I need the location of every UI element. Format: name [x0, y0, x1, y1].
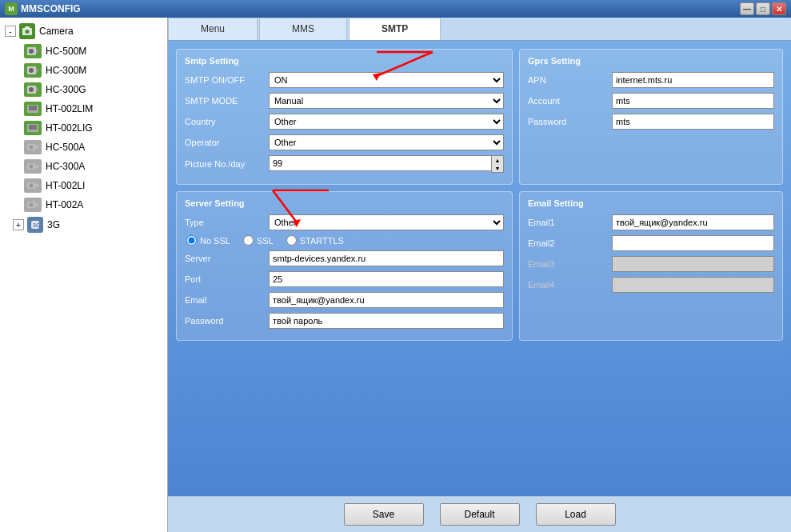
sidebar-item-ht002lim[interactable]: HT-002LIM: [0, 99, 167, 118]
tab-mms[interactable]: MMS: [259, 18, 347, 40]
tab-smtp[interactable]: SMTP: [349, 18, 441, 40]
settings-body: Smtp Setting SMTP ON/OFF ON OFF: [168, 41, 791, 496]
save-button[interactable]: Save: [344, 503, 424, 526]
email4-row: Email4: [528, 277, 774, 293]
apn-input[interactable]: [612, 72, 774, 88]
sidebar-item-ht002li[interactable]: HT-002LI: [0, 176, 167, 195]
server-password-row: Password: [185, 313, 504, 329]
device-label: HT-002A: [46, 199, 83, 210]
no-ssl-text: No SSL: [200, 236, 230, 246]
gprs-panel-title: Gprs Setting: [528, 56, 774, 66]
country-row: Country Other: [185, 114, 504, 130]
device-icon: [24, 102, 42, 116]
type-select[interactable]: Other: [269, 214, 504, 230]
email-panel-title: Email Setting: [528, 198, 774, 208]
smtp-onoff-label: SMTP ON/OFF: [185, 75, 269, 85]
device-icon: [24, 82, 42, 97]
tree-expand-icon[interactable]: -: [5, 26, 16, 37]
default-button[interactable]: Default: [440, 503, 520, 526]
port-input[interactable]: [269, 271, 504, 287]
email3-input: [612, 256, 774, 272]
operator-label: Operator: [185, 138, 269, 147]
device-label: HC-300G: [46, 84, 86, 95]
starttls-label[interactable]: STARTTLS: [286, 235, 344, 246]
no-ssl-radio[interactable]: [186, 235, 197, 246]
spin-down-button[interactable]: ▼: [492, 164, 503, 172]
device-icon: [24, 121, 42, 135]
email3-row: Email3: [528, 256, 774, 272]
no-ssl-label[interactable]: No SSL: [186, 235, 230, 246]
svg-marker-11: [36, 87, 38, 92]
device-label: HT-002LIM: [46, 103, 93, 114]
smtp-mode-row: SMTP MODE Manual Auto: [185, 93, 504, 109]
svg-rect-29: [35, 203, 38, 206]
spin-up-button[interactable]: ▲: [492, 156, 503, 164]
server-password-input[interactable]: [269, 313, 504, 329]
smtp-mode-select[interactable]: Manual Auto: [269, 93, 504, 109]
device-label: HC-300A: [46, 161, 85, 172]
window-controls: — □ ✕: [740, 2, 786, 15]
sidebar-item-hc500m[interactable]: HC-500M: [0, 42, 167, 61]
operator-select[interactable]: Other: [269, 134, 504, 150]
close-button[interactable]: ✕: [772, 2, 786, 15]
smtp-setting-panel: Smtp Setting SMTP ON/OFF ON OFF: [176, 49, 513, 185]
email2-input[interactable]: [612, 235, 774, 251]
sidebar-item-hc300m[interactable]: HC-300M: [0, 61, 167, 80]
ssl-radio[interactable]: [243, 235, 254, 246]
svg-rect-17: [30, 130, 35, 132]
server-input[interactable]: [269, 250, 504, 266]
svg-text:3G: 3G: [33, 222, 41, 228]
picture-spinner[interactable]: ▲ ▼: [269, 155, 504, 173]
content-area: Menu MMS SMTP Smtp Setting SMTP ON/OFF O…: [168, 18, 791, 532]
email-server-label: Email: [185, 295, 269, 305]
email3-label: Email3: [528, 259, 612, 269]
main-container: - Camera HC-500M: [0, 18, 791, 532]
svg-rect-14: [30, 111, 35, 113]
apn-label: APN: [528, 75, 612, 85]
ssl-text: SSL: [257, 236, 274, 246]
email1-input[interactable]: [612, 214, 774, 230]
3g-label: 3G: [47, 219, 60, 230]
tab-bar: Menu MMS SMTP: [168, 18, 791, 41]
smtp-onoff-select[interactable]: ON OFF: [269, 72, 504, 88]
starttls-text: STARTTLS: [300, 236, 344, 246]
country-label: Country: [185, 117, 269, 126]
smtp-panel-title: Smtp Setting: [185, 56, 504, 66]
ssl-label[interactable]: SSL: [243, 235, 274, 246]
type-row: Type Other: [185, 214, 504, 230]
picture-row: Picture No./day ▲ ▼: [185, 155, 504, 173]
account-input[interactable]: [612, 93, 774, 109]
port-row: Port: [185, 271, 504, 287]
email-server-input[interactable]: [269, 292, 504, 308]
starttls-radio[interactable]: [286, 235, 297, 246]
app-title: MMSCONFIG: [21, 3, 81, 14]
device-label: HC-300M: [46, 65, 86, 76]
picture-input[interactable]: [269, 155, 491, 171]
email-server-row: Email: [185, 292, 504, 308]
svg-point-19: [30, 146, 34, 150]
sidebar-item-hc500a[interactable]: HC-500A: [0, 138, 167, 157]
apn-row: APN: [528, 72, 774, 88]
load-button[interactable]: Load: [536, 503, 616, 526]
ssl-row: No SSL SSL STARTTLS: [185, 235, 504, 246]
sidebar-item-hc300g[interactable]: HC-300G: [0, 80, 167, 99]
tab-menu[interactable]: Menu: [168, 18, 258, 40]
server-row: Server: [185, 250, 504, 266]
smtp-mode-label: SMTP MODE: [185, 96, 269, 106]
gprs-password-input[interactable]: [612, 114, 774, 130]
sidebar-item-3g[interactable]: + 3G 3G: [0, 214, 167, 235]
sidebar-item-ht002lig[interactable]: HT-002LIG: [0, 118, 167, 138]
bottom-panels: Server Setting Type Other: [176, 191, 783, 341]
device-icon: [24, 178, 42, 193]
maximize-button[interactable]: □: [756, 2, 770, 15]
gprs-password-row: Password: [528, 114, 774, 130]
sidebar-camera-header[interactable]: - Camera: [0, 21, 167, 42]
3g-expand-icon[interactable]: +: [13, 219, 24, 230]
device-icon: [24, 140, 42, 154]
minimize-button[interactable]: —: [740, 2, 754, 15]
svg-point-7: [29, 68, 34, 73]
country-select[interactable]: Other: [269, 114, 504, 130]
svg-rect-26: [35, 184, 38, 187]
sidebar-item-ht002a[interactable]: HT-002A: [0, 195, 167, 214]
sidebar-item-hc300a[interactable]: HC-300A: [0, 157, 167, 176]
